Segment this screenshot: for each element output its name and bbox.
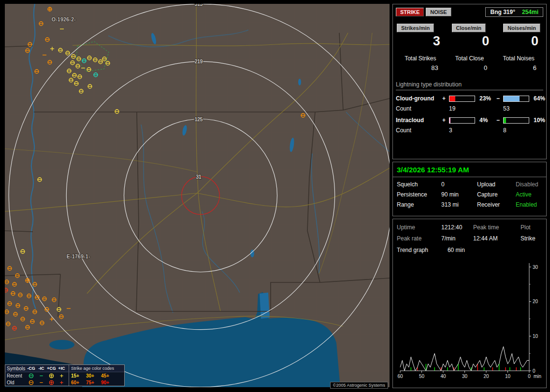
svg-text:219: 219 [195,59,203,64]
ic-plus-pct: 4% [477,117,496,124]
squelch-label: Squelch [397,181,441,188]
upload-value: Disabled [516,181,542,188]
bearing-label: Bng 319° [490,9,515,15]
plot-value[interactable]: Strike [521,235,542,242]
strikes-per-min-value: 3 [396,34,445,49]
side-panel: STRIKE NOISE Bng 319° 254mi Strikes/min … [392,4,547,388]
intracloud-label: Intracloud [396,117,442,124]
cloud-ground-count-row: Count 19 53 [396,105,543,112]
total-noises-value: 6 [494,64,543,71]
ic-plus-bar [449,117,475,124]
svg-text:30: 30 [533,265,538,270]
plus-sign: + [442,95,449,102]
capture-label: Capture [477,191,516,198]
status-panel: 3/4/2026 12:55:19 AM Squelch 0 Upload Di… [392,162,547,216]
svg-text:O-1926-2-: O-1926-2- [52,17,76,22]
trend-panel: Uptime 1212:40 Peak time Plot Peak rate … [392,219,547,388]
svg-text:0: 0 [528,374,531,379]
ic--symbol-icon [36,379,46,386]
cloud-ground-row: Cloud-ground + 23% − 64% [396,95,543,102]
plus-sign: + [442,117,449,124]
map-canvas[interactable]: 31125219313 O-1926-2-E-1769-1- [5,4,390,387]
ic--symbol-icon [36,373,46,379]
cg-minus-pct: 64% [531,95,550,102]
squelch-value: 0 [441,181,477,188]
cg-plus-bar [449,96,475,102]
noises-per-min-value: 0 [494,34,543,49]
persistence-label: Persistence [397,191,441,198]
minus-sign: − [496,117,503,124]
svg-text:50: 50 [419,374,425,379]
svg-text:40: 40 [440,374,446,379]
ic-minus-bar [503,117,529,124]
svg-text:60: 60 [397,374,403,379]
svg-text:10: 10 [533,334,538,339]
legend-header: Symbols-CG-IC+CG+ICStrike age color code… [5,365,124,372]
receiver-value: Enabled [516,201,542,208]
copyright-label: ©2005 Astrogenic Systems [330,382,388,389]
close-per-min-button[interactable]: Close/min [452,24,486,32]
uptime-value: 1212:40 [441,224,473,231]
bearing-readout: Bng 319° 254mi [485,7,543,17]
lightning-map[interactable]: 31125219313 O-1926-2-E-1769-1- Symbols-C… [5,4,390,387]
trend-window-value: 60 min [448,247,465,253]
distribution-title: Lightning type distribution [396,81,543,90]
datetime-display: 3/4/2026 12:55:19 AM [393,162,546,177]
ic+-symbol-icon [57,379,67,386]
uptime-label: Uptime [397,224,441,231]
close-per-min-value: 0 [445,34,494,49]
noises-per-min-button[interactable]: Noises/min [503,24,540,32]
svg-text:0: 0 [533,368,536,374]
cg-minus-count: 53 [503,105,531,112]
trend-graph-label: Trend graph [397,247,428,253]
svg-text:31: 31 [196,174,202,180]
plot-label: Plot [521,224,542,231]
ic-minus-pct: 10% [531,117,550,124]
legend-row: Recent15+30+45+ [5,372,124,379]
ic-plus-count: 3 [449,127,477,134]
svg-text:20: 20 [533,299,538,304]
total-close-label: Total Close [445,55,494,62]
svg-text:20: 20 [483,374,489,379]
svg-text:min: min [534,374,541,379]
noise-toggle-button[interactable]: NOISE [426,8,451,16]
strikes-per-min-button[interactable]: Strikes/min [397,24,434,32]
legend-row: Old60+75+90+ [5,379,124,386]
svg-text:E-1769-1-: E-1769-1- [67,254,90,259]
cg+-symbol-icon [46,379,57,386]
total-strikes-label: Total Strikes [396,55,445,62]
cg+-symbol-icon [46,373,57,379]
svg-text:313: 313 [195,4,203,7]
cg-plus-pct: 23% [477,95,496,102]
cg--symbol-icon [26,373,36,379]
cg-minus-bar [503,96,529,102]
count-label: Count [396,127,442,134]
peak-time-label: Peak time [473,224,521,231]
ic-minus-count: 8 [503,127,531,134]
count-label: Count [396,105,442,112]
ic+-symbol-icon [57,373,67,379]
cg-plus-count: 19 [449,105,477,112]
svg-text:125: 125 [195,117,203,122]
peak-time-value: 12:44 AM [473,235,521,242]
intracloud-count-row: Count 3 8 [396,127,543,134]
intracloud-row: Intracloud + 4% − 10% [396,117,543,124]
svg-text:10: 10 [505,374,511,379]
total-noises-label: Total Noises [494,55,543,62]
total-close-value: 0 [445,64,494,71]
receiver-label: Receiver [477,201,516,208]
total-strikes-value: 83 [396,64,445,71]
cg--symbol-icon [26,379,36,386]
strike-toggle-button[interactable]: STRIKE [396,8,424,16]
range-label: Range [397,201,441,208]
cloud-ground-label: Cloud-ground [396,95,442,102]
bearing-distance: 254mi [522,9,538,15]
map-legend: Symbols-CG-IC+CG+ICStrike age color code… [5,364,125,386]
peak-rate-label: Peak rate [397,235,441,242]
peak-rate-value: 7/min [441,235,473,242]
persistence-value: 90 min [441,191,477,198]
minus-sign: − [496,95,503,102]
counters-panel: STRIKE NOISE Bng 319° 254mi Strikes/min … [392,4,547,159]
upload-label: Upload [477,181,516,188]
trend-graph: 01020306050403020100min [397,260,544,385]
